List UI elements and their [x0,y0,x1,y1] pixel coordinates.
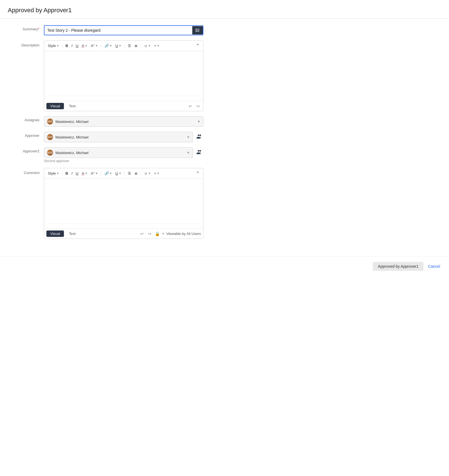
assignee-chevron-icon: ▼ [197,120,200,123]
italic-button[interactable]: I [70,43,74,49]
font-color-button[interactable]: A ▼ [80,43,89,49]
page-title: Approved by Approver1 [8,7,441,14]
undo-button[interactable]: ↩ [188,103,193,109]
visibility-label: Viewable by All Users [166,232,201,236]
assignee-select-wrapper: MW Waskiewicz, Michael ▼ [44,116,203,127]
approver2-select[interactable]: MW Waskiewicz, Michael ▼ [44,147,193,158]
action-bar: Approved by Approver1 Cancel [0,256,449,276]
summary-label: Summary* [8,25,44,31]
comment-text-tab[interactable]: Text [65,230,79,237]
comment-underline2-chevron-icon: ▼ [119,172,121,175]
approver-avatar: MW [47,134,53,140]
approver-select[interactable]: MW Waskiewicz, Michael ▼ [44,132,193,142]
separator-3 [124,43,125,48]
comment-sep-2 [101,171,101,176]
underline2-chevron-icon: ▼ [119,44,121,47]
emoji-chevron-icon: ▼ [148,44,151,47]
separator-1 [62,43,63,48]
comment-content[interactable] [44,179,203,223]
approve-button[interactable]: Approved by Approver1 [373,262,423,271]
svg-point-8 [198,150,199,152]
comment-font-color-chevron-icon: ▼ [85,172,88,175]
comment-font-color-button[interactable]: A ▼ [80,170,89,176]
approver2-avatar: MW [47,150,53,156]
comment-font-size-button[interactable]: A° ▼ [89,170,99,176]
comment-undo-button[interactable]: ↩ [139,231,145,237]
approver2-group-button[interactable] [195,148,203,158]
group-icon [196,133,202,140]
comment-undo-redo: ↩ ↪ [139,231,153,237]
comment-link-chevron-icon: ▼ [109,172,112,175]
assignee-select[interactable]: MW Waskiewicz, Michael ▼ [44,116,203,127]
approver-select-wrapper: MW Waskiewicz, Michael ▼ [44,132,203,142]
svg-point-7 [199,134,201,136]
description-content[interactable] [44,51,203,96]
comment-emoji-button[interactable]: ☺ ▼ [143,170,152,176]
summary-icon-button[interactable] [192,26,203,34]
summary-input-wrapper [44,25,203,35]
comment-more-button[interactable]: + ▼ [153,170,161,176]
description-toolbar: Style ▼ B I U A ▼ A° ▼ [44,41,203,51]
comment-bullet-button[interactable]: ☰ [126,170,133,176]
numbered-list-button[interactable]: ≣ [133,43,139,49]
underline2-button[interactable]: U ▼ [114,43,123,49]
bullet-list-button[interactable]: ☰ [126,43,133,49]
comment-style-dropdown[interactable]: Style ▼ [46,170,61,176]
description-footer: Visual Text ↩ ↪ [44,101,203,111]
approver-name: Waskiewicz, Michael [55,135,184,139]
description-editor: Style ▼ B I U A ▼ A° ▼ [44,40,203,111]
bold-button[interactable]: B [64,43,69,49]
resize-handle-icon: ⌟ [200,96,202,100]
comment-toolbar: Style ▼ B I U A ▼ A° ▼ [44,168,203,179]
description-label: Description [8,40,44,47]
underline-button[interactable]: U [74,43,80,49]
font-color-chevron-icon: ▼ [85,44,88,47]
approver2-name: Waskiewicz, Michael [55,151,184,155]
comment-sep-3 [124,171,125,176]
lock-icon: 🔒 [155,231,160,236]
visual-tab[interactable]: Visual [46,103,64,109]
redo-button[interactable]: ↪ [195,103,201,109]
link-button[interactable]: 🔗 ▼ [103,43,114,49]
svg-point-9 [199,150,201,152]
collapse-toolbar-button[interactable]: ⌃ [194,42,201,49]
separator-2 [101,43,101,48]
group2-icon [196,149,202,155]
comment-bold-button[interactable]: B [64,170,69,176]
more-button[interactable]: + ▼ [153,43,161,49]
svg-rect-1 [197,29,199,29]
comment-italic-button[interactable]: I [70,170,74,176]
approver-chevron-icon: ▼ [187,135,190,139]
text-tab[interactable]: Text [65,103,79,109]
comment-link-button[interactable]: 🔗 ▼ [103,170,114,176]
comment-numbered-button[interactable]: ≣ [133,170,139,176]
assignee-avatar: MW [47,118,53,125]
comment-label: Comment [8,168,44,175]
comment-style-chevron-icon: ▼ [56,172,59,175]
approver2-label: Approver2 [8,147,44,153]
font-size-button[interactable]: A° ▼ [89,43,99,49]
emoji-button[interactable]: ☺ ▼ [143,43,152,49]
cancel-button[interactable]: Cancel [427,262,441,271]
visibility-button[interactable]: 🔒 ▼ Viewable by All Users [155,231,201,236]
approver-label: Approver [8,132,44,138]
style-dropdown[interactable]: Style ▼ [46,43,61,49]
svg-rect-5 [197,31,199,32]
comment-collapse-button[interactable]: ⌃ [194,170,201,177]
comment-resize: ⌟ [44,223,203,229]
assignee-label: Assignee [8,116,44,122]
comment-editor: Style ▼ B I U A ▼ A° ▼ [44,168,203,239]
summary-input[interactable] [44,26,192,35]
more-chevron-icon: ▼ [157,44,160,47]
style-chevron-icon: ▼ [56,44,59,47]
approver-group-button[interactable] [195,132,203,142]
comment-redo-button[interactable]: ↪ [147,231,153,237]
comment-visual-tab[interactable]: Visual [46,230,64,237]
approver2-hint: Second approver [44,159,203,163]
comment-more-chevron-icon: ▼ [157,172,160,175]
comment-underline2-button[interactable]: U ▼ [114,170,123,176]
list-icon [195,28,200,33]
approver2-select-wrapper: MW Waskiewicz, Michael ▼ [44,147,203,158]
visibility-chevron-icon: ▼ [162,232,164,235]
comment-underline-button[interactable]: U [74,170,80,176]
